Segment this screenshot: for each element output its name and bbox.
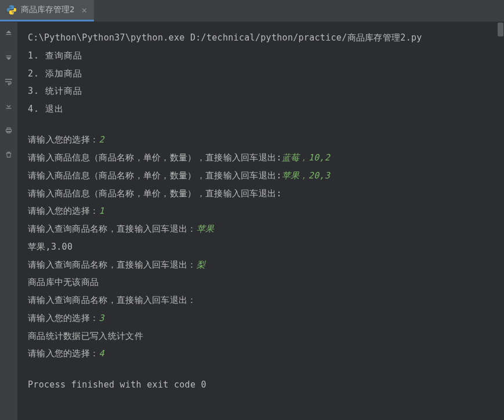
prompt-line: 请输入查询商品名称，直接输入回车退出：梨	[28, 256, 494, 274]
output-line: 苹果,3.00	[28, 238, 494, 256]
prompt-line: 请输入商品信息（商品名称，单价，数量），直接输入回车退出:蓝莓，10,2	[28, 149, 494, 167]
svg-rect-2	[6, 108, 12, 109]
prompt-line: 请输入查询商品名称，直接输入回车退出：苹果	[28, 220, 494, 238]
menu-item: 4. 退出	[28, 100, 494, 118]
user-input: 苹果	[197, 224, 215, 234]
gutter	[0, 22, 17, 420]
tab-bar: 商品库存管理2 ×	[0, 0, 504, 22]
user-input: 梨	[197, 260, 205, 270]
prompt-line: 请输入您的选择：4	[28, 345, 494, 363]
menu-item: 3. 统计商品	[28, 82, 494, 100]
download-icon[interactable]	[3, 101, 14, 111]
output-line: 商品库中无该商品	[28, 273, 494, 291]
blank-line	[28, 118, 494, 132]
user-input: 3	[99, 313, 104, 323]
svg-rect-0	[6, 34, 12, 35]
user-input: 2	[99, 134, 104, 145]
prompt-line: 请输入您的选择：3	[28, 309, 494, 327]
prompt-line: 请输入查询商品名称，直接输入回车退出：	[28, 291, 494, 309]
up-arrow-icon[interactable]	[3, 28, 14, 38]
scrollbar[interactable]	[497, 22, 504, 420]
user-input: 蓝莓，10,2	[282, 152, 330, 163]
main-area: C:\Python\Python37\python.exe D:/technic…	[0, 22, 504, 420]
menu-item: 1. 查询商品	[28, 47, 494, 65]
prompt-line: 请输入商品信息（商品名称，单价，数量），直接输入回车退出:苹果，20,3	[28, 167, 494, 185]
prompt-line: 请输入您的选择：2	[28, 131, 494, 149]
prompt-line: 请输入您的选择：1	[28, 202, 494, 220]
user-input: 1	[99, 206, 104, 216]
command-line: C:\Python\Python37\python.exe D:/technic…	[28, 29, 494, 47]
print-icon[interactable]	[3, 125, 14, 136]
trash-icon[interactable]	[3, 149, 14, 160]
close-icon[interactable]: ×	[81, 5, 87, 16]
svg-rect-1	[6, 56, 12, 56]
prompt-line: 请输入商品信息（商品名称，单价，数量），直接输入回车退出:	[28, 185, 494, 203]
wrap-icon[interactable]	[3, 76, 14, 87]
ide-window: 商品库存管理2 × C:\Python\Py	[0, 0, 504, 420]
active-tab[interactable]: 商品库存管理2 ×	[0, 0, 94, 21]
scrollbar-thumb[interactable]	[498, 23, 503, 36]
svg-rect-4	[7, 128, 10, 130]
console-output[interactable]: C:\Python\Python37\python.exe D:/technic…	[17, 22, 504, 420]
tab-title: 商品库存管理2	[21, 5, 74, 15]
user-input: 苹果，20,3	[282, 170, 330, 181]
down-arrow-icon[interactable]	[3, 52, 14, 63]
exit-line: Process finished with exit code 0	[28, 376, 494, 394]
output-line: 商品统计数据已写入统计文件	[28, 327, 494, 345]
menu-item: 2. 添加商品	[28, 65, 494, 83]
python-icon	[7, 5, 16, 14]
user-input: 4	[99, 348, 104, 359]
blank-line	[28, 363, 494, 376]
